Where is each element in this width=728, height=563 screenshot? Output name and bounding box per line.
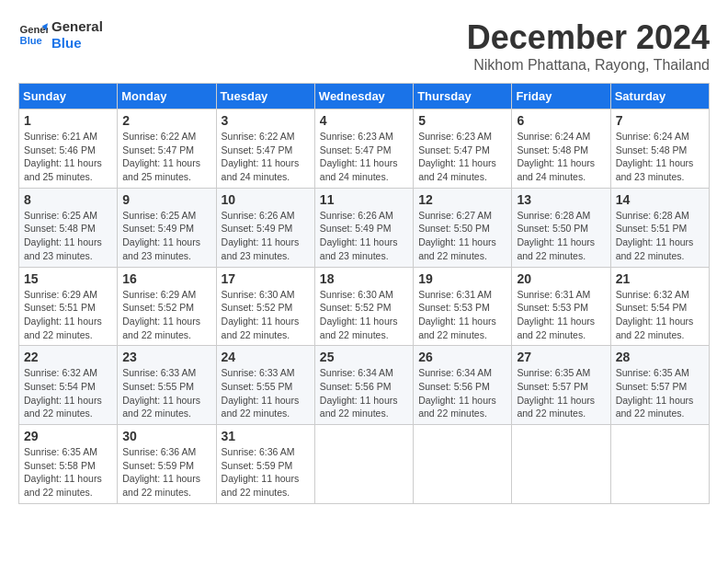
weekday-header-tuesday: Tuesday [216, 84, 314, 109]
day-number-4: 4 [320, 113, 408, 128]
calendar-week-3: 15Sunrise: 6:29 AMSunset: 5:51 PMDayligh… [19, 267, 710, 346]
day-info-28: Sunrise: 6:35 AMSunset: 5:57 PMDaylight:… [616, 366, 704, 420]
day-number-22: 22 [24, 350, 112, 364]
calendar-day-25: 25Sunrise: 6:34 AMSunset: 5:56 PMDayligh… [314, 346, 413, 425]
day-number-1: 1 [24, 113, 112, 128]
day-number-10: 10 [222, 192, 310, 207]
calendar-week-1: 1Sunrise: 6:21 AMSunset: 5:46 PMDaylight… [19, 109, 710, 189]
day-number-9: 9 [122, 192, 210, 207]
day-number-8: 8 [24, 192, 112, 207]
day-info-1: Sunrise: 6:21 AMSunset: 5:46 PMDaylight:… [24, 130, 112, 184]
calendar-day-7: 7Sunrise: 6:24 AMSunset: 5:48 PMDaylight… [610, 109, 709, 189]
day-number-16: 16 [122, 271, 210, 286]
calendar-day-3: 3Sunrise: 6:22 AMSunset: 5:47 PMDaylight… [216, 109, 314, 189]
day-info-19: Sunrise: 6:31 AMSunset: 5:53 PMDaylight:… [418, 288, 506, 342]
calendar-subtitle: Nikhom Phattana, Rayong, Thailand [467, 57, 710, 74]
day-number-27: 27 [517, 350, 605, 364]
calendar-day-17: 17Sunrise: 6:30 AMSunset: 5:52 PMDayligh… [216, 267, 314, 346]
day-number-19: 19 [418, 271, 506, 286]
day-info-26: Sunrise: 6:34 AMSunset: 5:56 PMDaylight:… [418, 366, 506, 420]
weekday-header-wednesday: Wednesday [314, 84, 413, 109]
day-number-11: 11 [320, 192, 408, 207]
day-info-20: Sunrise: 6:31 AMSunset: 5:53 PMDaylight:… [517, 288, 605, 342]
calendar-day-15: 15Sunrise: 6:29 AMSunset: 5:51 PMDayligh… [19, 267, 118, 346]
logo-icon: General Blue [18, 20, 48, 50]
day-number-13: 13 [517, 192, 605, 207]
calendar-day-20: 20Sunrise: 6:31 AMSunset: 5:53 PMDayligh… [512, 267, 610, 346]
title-area: December 2024 Nikhom Phattana, Rayong, T… [467, 18, 710, 74]
calendar-day-26: 26Sunrise: 6:34 AMSunset: 5:56 PMDayligh… [414, 346, 512, 425]
calendar-day-14: 14Sunrise: 6:28 AMSunset: 5:51 PMDayligh… [610, 188, 709, 267]
svg-text:Blue: Blue [20, 35, 42, 46]
weekday-header-sunday: Sunday [19, 84, 118, 109]
day-info-7: Sunrise: 6:24 AMSunset: 5:48 PMDaylight:… [616, 130, 704, 184]
calendar-day-28: 28Sunrise: 6:35 AMSunset: 5:57 PMDayligh… [610, 346, 709, 425]
day-number-29: 29 [24, 429, 112, 443]
day-info-11: Sunrise: 6:26 AMSunset: 5:49 PMDaylight:… [320, 209, 408, 263]
calendar-day-31: 31Sunrise: 6:36 AMSunset: 5:59 PMDayligh… [216, 425, 314, 504]
day-number-20: 20 [517, 271, 605, 286]
calendar-day-27: 27Sunrise: 6:35 AMSunset: 5:57 PMDayligh… [512, 346, 610, 425]
day-number-30: 30 [122, 429, 210, 443]
calendar-day-16: 16Sunrise: 6:29 AMSunset: 5:52 PMDayligh… [118, 267, 216, 346]
calendar-day-12: 12Sunrise: 6:27 AMSunset: 5:50 PMDayligh… [414, 188, 512, 267]
day-info-23: Sunrise: 6:33 AMSunset: 5:55 PMDaylight:… [122, 366, 210, 420]
calendar-empty-cell [512, 425, 610, 504]
day-number-6: 6 [517, 113, 605, 128]
calendar-day-21: 21Sunrise: 6:32 AMSunset: 5:54 PMDayligh… [610, 267, 709, 346]
day-info-31: Sunrise: 6:36 AMSunset: 5:59 PMDaylight:… [222, 445, 310, 500]
day-info-4: Sunrise: 6:23 AMSunset: 5:47 PMDaylight:… [320, 130, 408, 184]
logo-name-blue: Blue [51, 35, 103, 52]
day-info-17: Sunrise: 6:30 AMSunset: 5:52 PMDaylight:… [222, 288, 310, 342]
calendar-day-23: 23Sunrise: 6:33 AMSunset: 5:55 PMDayligh… [118, 346, 216, 425]
calendar-day-11: 11Sunrise: 6:26 AMSunset: 5:49 PMDayligh… [314, 188, 413, 267]
day-info-22: Sunrise: 6:32 AMSunset: 5:54 PMDaylight:… [24, 366, 112, 420]
calendar-day-4: 4Sunrise: 6:23 AMSunset: 5:47 PMDaylight… [314, 109, 413, 189]
day-info-13: Sunrise: 6:28 AMSunset: 5:50 PMDaylight:… [517, 209, 605, 263]
day-info-25: Sunrise: 6:34 AMSunset: 5:56 PMDaylight:… [320, 366, 408, 420]
calendar-week-4: 22Sunrise: 6:32 AMSunset: 5:54 PMDayligh… [19, 346, 710, 425]
day-number-14: 14 [616, 192, 704, 207]
weekday-header-monday: Monday [118, 84, 216, 109]
day-number-5: 5 [418, 113, 506, 128]
weekday-header-thursday: Thursday [414, 84, 512, 109]
day-info-14: Sunrise: 6:28 AMSunset: 5:51 PMDaylight:… [616, 209, 704, 263]
calendar-week-2: 8Sunrise: 6:25 AMSunset: 5:48 PMDaylight… [19, 188, 710, 267]
day-info-24: Sunrise: 6:33 AMSunset: 5:55 PMDaylight:… [222, 366, 310, 420]
day-info-2: Sunrise: 6:22 AMSunset: 5:47 PMDaylight:… [122, 130, 210, 184]
calendar-empty-cell [414, 425, 512, 504]
calendar-day-6: 6Sunrise: 6:24 AMSunset: 5:48 PMDaylight… [512, 109, 610, 189]
day-number-23: 23 [122, 350, 210, 364]
day-info-5: Sunrise: 6:23 AMSunset: 5:47 PMDaylight:… [418, 130, 506, 184]
calendar-empty-cell [610, 425, 709, 504]
day-info-12: Sunrise: 6:27 AMSunset: 5:50 PMDaylight:… [418, 209, 506, 263]
day-number-12: 12 [418, 192, 506, 207]
day-info-27: Sunrise: 6:35 AMSunset: 5:57 PMDaylight:… [517, 366, 605, 420]
day-info-3: Sunrise: 6:22 AMSunset: 5:47 PMDaylight:… [222, 130, 310, 184]
calendar-day-10: 10Sunrise: 6:26 AMSunset: 5:49 PMDayligh… [216, 188, 314, 267]
page-header: General Blue General Blue December 2024 … [18, 18, 710, 74]
calendar-day-8: 8Sunrise: 6:25 AMSunset: 5:48 PMDaylight… [19, 188, 118, 267]
calendar-week-5: 29Sunrise: 6:35 AMSunset: 5:58 PMDayligh… [19, 425, 710, 504]
day-info-10: Sunrise: 6:26 AMSunset: 5:49 PMDaylight:… [222, 209, 310, 263]
day-number-26: 26 [418, 350, 506, 364]
day-number-21: 21 [616, 271, 704, 286]
weekday-header-saturday: Saturday [610, 84, 709, 109]
day-info-18: Sunrise: 6:30 AMSunset: 5:52 PMDaylight:… [320, 288, 408, 342]
day-number-31: 31 [222, 429, 310, 443]
logo: General Blue General Blue [18, 18, 103, 52]
calendar-day-24: 24Sunrise: 6:33 AMSunset: 5:55 PMDayligh… [216, 346, 314, 425]
day-info-30: Sunrise: 6:36 AMSunset: 5:59 PMDaylight:… [122, 445, 210, 500]
day-number-2: 2 [122, 113, 210, 128]
weekday-header-friday: Friday [512, 84, 610, 109]
day-number-7: 7 [616, 113, 704, 128]
day-info-29: Sunrise: 6:35 AMSunset: 5:58 PMDaylight:… [24, 445, 112, 500]
calendar-day-9: 9Sunrise: 6:25 AMSunset: 5:49 PMDaylight… [118, 188, 216, 267]
calendar-table: SundayMondayTuesdayWednesdayThursdayFrid… [18, 83, 710, 504]
day-number-25: 25 [320, 350, 408, 364]
calendar-day-18: 18Sunrise: 6:30 AMSunset: 5:52 PMDayligh… [314, 267, 413, 346]
day-number-17: 17 [222, 271, 310, 286]
logo-name-general: General [51, 18, 103, 35]
calendar-empty-cell [314, 425, 413, 504]
day-number-24: 24 [222, 350, 310, 364]
